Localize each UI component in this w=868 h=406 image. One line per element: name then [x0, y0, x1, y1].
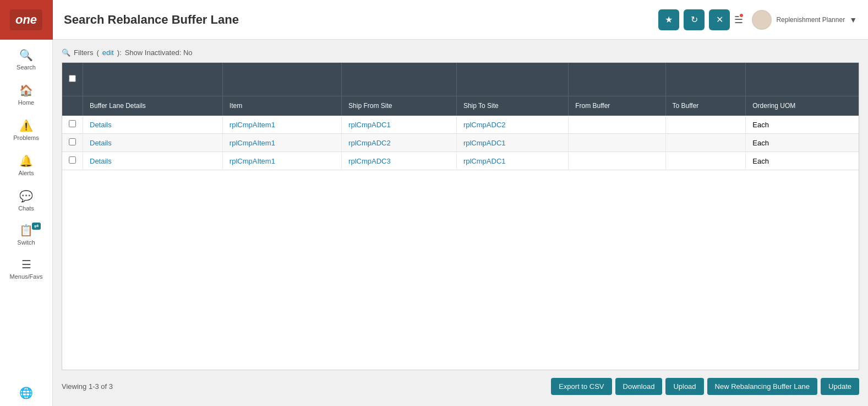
sidebar-label-chats: Chats	[18, 205, 34, 212]
row-checkbox-cell	[62, 116, 83, 134]
col-header-buffer-lane-details	[83, 63, 223, 96]
row-ship-to-cell: rplCmpADC1	[456, 134, 568, 152]
row-checkbox[interactable]	[69, 138, 76, 145]
row-ship-to-link[interactable]: rplCmpADC1	[463, 157, 506, 165]
close-button[interactable]: ✕	[709, 9, 730, 30]
row-ship-to-cell: rplCmpADC2	[456, 116, 568, 134]
table-header-top	[62, 63, 859, 96]
home-icon: 🏠	[19, 84, 33, 97]
header: Search Rebalance Buffer Lane ★ ↻ ✕ ☰ Rep…	[53, 0, 868, 40]
row-item-link[interactable]: rplCmpAItem1	[230, 139, 275, 147]
chats-icon: 💬	[19, 190, 33, 203]
col-header-item-top	[222, 63, 341, 96]
row-ordering-uom-cell: Each	[746, 152, 859, 170]
row-item-link[interactable]: rplCmpAItem1	[230, 157, 275, 165]
filter-paren-open: (	[96, 48, 99, 57]
sidebar-item-problems[interactable]: ⚠️ Problems	[2, 113, 51, 147]
sidebar-item-chats[interactable]: 💬 Chats	[2, 184, 51, 217]
row-ship-to-cell: rplCmpADC1	[456, 152, 568, 170]
row-ship-from-link[interactable]: rplCmpADC1	[348, 121, 391, 129]
col-label-ordering-uom: Ordering UOM	[746, 96, 859, 116]
sidebar-label-switch: Switch	[17, 239, 35, 246]
col-header-ship-to-top	[456, 63, 568, 96]
new-rebalancing-button[interactable]: New Rebalancing Buffer Lane	[707, 378, 818, 395]
filter-edit-link[interactable]: edit	[102, 48, 114, 57]
sidebar-item-search[interactable]: 🔍 Search	[2, 43, 51, 76]
switch-badge: ⇄	[32, 223, 41, 230]
row-ship-from-link[interactable]: rplCmpADC3	[348, 157, 391, 165]
filter-paren-close: ):	[117, 48, 122, 57]
row-ship-to-link[interactable]: rplCmpADC2	[463, 121, 506, 129]
header-menu: ☰	[734, 14, 743, 26]
sidebar-label-search: Search	[17, 64, 36, 71]
export-csv-button[interactable]: Export to CSV	[551, 378, 612, 395]
row-item-cell: rplCmpAItem1	[222, 134, 341, 152]
row-item-link[interactable]: rplCmpAItem1	[230, 121, 275, 129]
menus-icon: ☰	[21, 258, 31, 271]
search-icon: 🔍	[19, 48, 33, 62]
row-checkbox-cell	[62, 152, 83, 170]
col-label-ship-to-site: Ship To Site	[456, 96, 568, 116]
user-section: Replenishment Planner ▼	[752, 10, 857, 30]
notification-dot	[739, 13, 744, 18]
col-label-item: Item	[222, 96, 341, 116]
upload-button[interactable]: Upload	[665, 378, 703, 395]
row-to-buffer-cell	[665, 134, 746, 152]
data-table-wrapper[interactable]: Buffer Lane Details Item Ship From Site …	[62, 62, 859, 370]
select-all-checkbox[interactable]	[69, 75, 76, 82]
col-header-ordering-uom-top	[746, 63, 859, 96]
main-content: Search Rebalance Buffer Lane ★ ↻ ✕ ☰ Rep…	[53, 0, 868, 406]
alerts-icon: 🔔	[19, 154, 33, 167]
sidebar-item-home[interactable]: 🏠 Home	[2, 78, 51, 111]
row-details-link[interactable]: Details	[90, 121, 112, 129]
update-button[interactable]: Update	[821, 378, 859, 395]
globe-icon: 🌐	[19, 386, 33, 399]
sidebar: one 🔍 Search 🏠 Home ⚠️ Problems 🔔 Alerts…	[0, 0, 53, 406]
table-body: Details rplCmpAItem1 rplCmpADC1 rplCmpAD…	[62, 116, 859, 170]
sidebar-label-home: Home	[18, 99, 34, 106]
sidebar-item-alerts[interactable]: 🔔 Alerts	[2, 149, 51, 182]
row-to-buffer-cell	[665, 116, 746, 134]
row-ordering-uom-cell: Each	[746, 116, 859, 134]
user-dropdown-arrow[interactable]: ▼	[849, 15, 857, 24]
filter-icon: 🔍	[62, 48, 70, 57]
row-item-cell: rplCmpAItem1	[222, 152, 341, 170]
table-row: Details rplCmpAItem1 rplCmpADC2 rplCmpAD…	[62, 134, 859, 152]
switch-icon: 📋	[19, 224, 33, 237]
row-checkbox[interactable]	[69, 120, 76, 127]
row-details-link[interactable]: Details	[90, 157, 112, 165]
row-checkbox[interactable]	[69, 156, 76, 164]
row-ship-from-cell: rplCmpADC1	[342, 116, 457, 134]
footer-bar: Viewing 1-3 of 3 Export to CSV Download …	[62, 376, 859, 397]
row-ship-from-link[interactable]: rplCmpADC2	[348, 139, 391, 147]
col-header-to-buffer-top	[665, 63, 746, 96]
row-details-cell: Details	[83, 152, 223, 170]
table-row: Details rplCmpAItem1 rplCmpADC3 rplCmpAD…	[62, 152, 859, 170]
row-details-link[interactable]: Details	[90, 139, 112, 147]
col-header-ship-from-top	[342, 63, 457, 96]
table-header-labels: Buffer Lane Details Item Ship From Site …	[62, 96, 859, 116]
menu-button[interactable]: ☰	[734, 14, 743, 26]
data-table: Buffer Lane Details Item Ship From Site …	[62, 63, 859, 170]
refresh-button[interactable]: ↻	[684, 9, 705, 30]
row-ship-to-link[interactable]: rplCmpADC1	[463, 139, 506, 147]
favorite-button[interactable]: ★	[658, 9, 679, 30]
row-to-buffer-cell	[665, 152, 746, 170]
col-label-from-buffer: From Buffer	[569, 96, 665, 116]
page-title: Search Rebalance Buffer Lane	[64, 13, 239, 27]
filter-bar: 🔍 Filters ( edit ): Show Inactivated: No	[62, 48, 859, 57]
download-button[interactable]: Download	[615, 378, 663, 395]
sidebar-item-menus[interactable]: ☰ Menus/Favs	[2, 252, 51, 285]
col-label-to-buffer: To Buffer	[665, 96, 746, 116]
user-role: Replenishment Planner	[776, 16, 845, 24]
col-checkbox-label	[62, 96, 83, 116]
user-avatar	[752, 10, 772, 30]
sidebar-item-globe[interactable]: 🌐	[2, 381, 51, 405]
page-content: 🔍 Filters ( edit ): Show Inactivated: No	[53, 40, 868, 406]
select-all-header	[62, 63, 83, 96]
logo-text: one	[10, 9, 42, 30]
sidebar-item-switch[interactable]: 📋 ⇄ Switch	[2, 218, 51, 251]
app-logo[interactable]: one	[0, 0, 53, 40]
col-label-ship-from-site: Ship From Site	[342, 96, 457, 116]
row-ship-from-cell: rplCmpADC2	[342, 134, 457, 152]
